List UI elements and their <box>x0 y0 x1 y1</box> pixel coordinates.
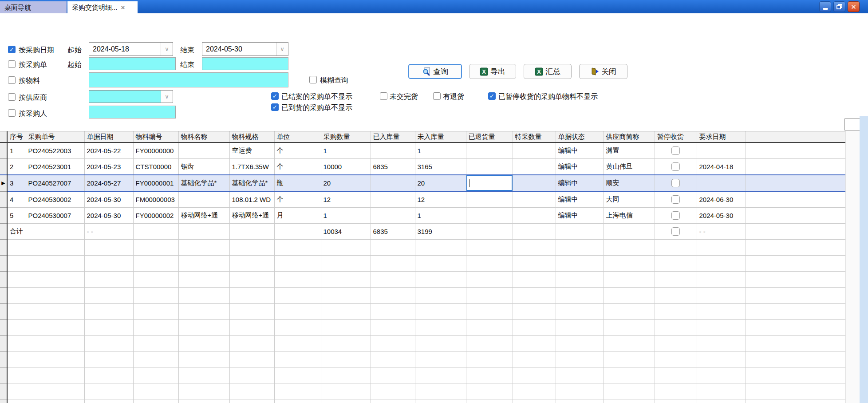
cell-date[interactable]: 2024-05-22 <box>84 142 133 159</box>
by-date-checkbox[interactable] <box>8 46 16 53</box>
cell-unit[interactable]: 瓶 <box>274 175 321 191</box>
cell-qty[interactable]: 10000 <box>321 159 371 175</box>
table-row[interactable]: 4 PO240530002 2024-05-30 FM00000003 108.… <box>0 191 845 208</box>
cell-code[interactable]: FY00000000 <box>133 142 178 159</box>
col-seq[interactable]: 序号 <box>7 131 26 142</box>
cell-seq[interactable]: 2 <box>7 159 26 175</box>
cell-suspend[interactable] <box>655 142 697 159</box>
col-supplier[interactable]: 供应商简称 <box>604 131 655 142</box>
table-row[interactable]: 5 PO240530007 2024-05-30 FY00000002 移动网络… <box>0 208 845 224</box>
query-button[interactable]: 查询 <box>408 64 462 79</box>
cell-spec[interactable]: 108.01.2 WD <box>229 191 274 208</box>
cell-supplier[interactable]: 黄山伟旦 <box>604 159 655 175</box>
cell-special[interactable] <box>513 142 556 159</box>
cell-received[interactable] <box>371 191 415 208</box>
col-date[interactable]: 单据日期 <box>84 131 133 142</box>
cell-name[interactable]: 移动网络+通 <box>178 208 229 224</box>
cell-code[interactable]: FY00000002 <box>133 208 178 224</box>
col-status[interactable]: 单据状态 <box>556 131 604 142</box>
cell-supplier[interactable]: 渊置 <box>604 142 655 159</box>
suspend-checkbox[interactable] <box>671 195 680 204</box>
cell-supplier[interactable]: 上海电信 <box>604 208 655 224</box>
by-supplier-checkbox[interactable] <box>8 93 16 101</box>
vertical-scrollbar[interactable] <box>845 131 860 403</box>
buyer-input[interactable] <box>89 106 176 119</box>
cell-returned[interactable] <box>466 208 513 224</box>
cell-required[interactable]: 2024-06-30 <box>697 191 746 208</box>
cell-seq[interactable]: 4 <box>7 191 26 208</box>
row-selector[interactable] <box>0 142 7 159</box>
minimize-button[interactable] <box>819 1 831 12</box>
cell-suspend[interactable] <box>655 175 697 191</box>
po-start-input[interactable] <box>89 57 176 70</box>
suspend-checkbox[interactable] <box>671 146 680 155</box>
cell-qty[interactable]: 1 <box>321 208 371 224</box>
cell-qty[interactable]: 20 <box>321 175 371 191</box>
cell-po[interactable]: PO240522003 <box>26 142 84 159</box>
cell-code[interactable]: FY00000001 <box>133 175 178 191</box>
cell-pending[interactable]: 1 <box>415 142 466 159</box>
cell-status[interactable]: 编辑中 <box>556 208 604 224</box>
cell-pending[interactable]: 1 <box>415 208 466 224</box>
cell-special[interactable] <box>513 159 556 175</box>
col-pending[interactable]: 未入库量 <box>415 131 466 142</box>
cell-date[interactable]: 2024-05-23 <box>84 159 133 175</box>
cell-status[interactable]: 编辑中 <box>556 175 604 191</box>
cell-po[interactable]: PO240523001 <box>26 159 84 175</box>
cell-received[interactable]: 6835 <box>371 159 415 175</box>
cell-status[interactable]: 编辑中 <box>556 191 604 208</box>
export-button[interactable]: X 导出 <box>469 64 516 79</box>
has-return-checkbox[interactable] <box>433 92 441 100</box>
cell-pending[interactable]: 12 <box>415 191 466 208</box>
row-selector[interactable]: ▶ <box>0 175 7 191</box>
row-selector[interactable] <box>0 191 7 208</box>
summary-button[interactable]: X 汇总 <box>524 64 572 79</box>
grid-corner-button[interactable] <box>844 119 861 130</box>
cell-seq[interactable]: 1 <box>7 142 26 159</box>
cell-special[interactable] <box>513 208 556 224</box>
po-end-input[interactable] <box>202 57 288 70</box>
cell-date[interactable]: 2024-05-30 <box>84 191 133 208</box>
close-button[interactable]: 关闭 <box>579 64 627 79</box>
col-qty[interactable]: 采购数量 <box>321 131 371 142</box>
suspend-checkbox[interactable] <box>671 179 680 187</box>
cell-suspend[interactable] <box>655 159 697 175</box>
cell-required[interactable] <box>697 142 746 159</box>
cell-code[interactable]: CTST00000 <box>133 159 178 175</box>
cell-status[interactable]: 编辑中 <box>556 159 604 175</box>
cell-name[interactable]: 基础化学品* <box>178 175 229 191</box>
cell-spec[interactable]: 移动网络+通 <box>229 208 274 224</box>
cell-seq[interactable]: 5 <box>7 208 26 224</box>
cell-code[interactable]: FM00000003 <box>133 191 178 208</box>
cell-qty[interactable]: 12 <box>321 191 371 208</box>
material-input[interactable] <box>89 72 288 87</box>
undelivered-checkbox[interactable] <box>380 92 387 100</box>
cell-date[interactable]: 2024-05-30 <box>84 208 133 224</box>
restore-button[interactable] <box>833 1 845 12</box>
cell-supplier[interactable]: 大同 <box>604 191 655 208</box>
cell-pending[interactable]: 20 <box>415 175 466 191</box>
cell-seq[interactable]: 3 <box>7 175 26 191</box>
cell-received[interactable] <box>371 142 415 159</box>
cell-unit[interactable]: 月 <box>274 208 321 224</box>
by-po-checkbox[interactable] <box>8 60 16 68</box>
window-close-button[interactable]: ✕ <box>848 1 860 12</box>
cell-spec[interactable]: 1.7TX6.35W <box>229 159 274 175</box>
suspend-checkbox[interactable] <box>671 162 680 171</box>
cell-suspend[interactable] <box>655 208 697 224</box>
cell-name[interactable] <box>178 191 229 208</box>
cell-name[interactable]: 锯齿 <box>178 159 229 175</box>
cell-returned[interactable] <box>466 191 513 208</box>
col-name[interactable]: 物料名称 <box>178 131 229 142</box>
col-suspend[interactable]: 暂停收货 <box>655 131 697 142</box>
cell-required[interactable]: 2024-05-30 <box>697 208 746 224</box>
cell-returned-editing[interactable] <box>466 175 513 191</box>
chevron-down-icon[interactable]: ∨ <box>161 43 173 55</box>
hide-suspended-checkbox[interactable] <box>488 92 496 100</box>
table-row-selected[interactable]: ▶ 3 PO240527007 2024-05-27 FY00000001 基础… <box>0 175 845 191</box>
start-date-combo[interactable]: 2024-05-18 ∨ <box>89 42 173 56</box>
cell-suspend[interactable] <box>655 191 697 208</box>
table-row[interactable]: 1 PO240522003 2024-05-22 FY00000000 空运费 … <box>0 142 845 159</box>
cell-special[interactable] <box>513 175 556 191</box>
col-received[interactable]: 已入库量 <box>371 131 415 142</box>
